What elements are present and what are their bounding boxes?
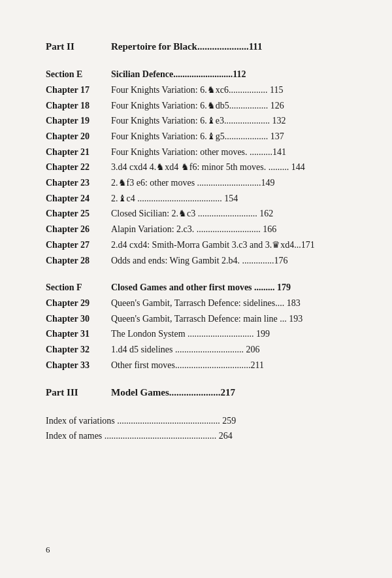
index-variations-label: Index of variations ....................… [46,414,236,428]
chapter-29-label: Chapter 29 [46,296,111,311]
chapter-17-entry: Chapter 17 Four Knights Variation: 6.♞xc… [46,83,346,97]
chapter-25-entry: Chapter 25 Closed Sicilian: 2.♞c3 ......… [46,207,346,221]
chapter-29-entry: Chapter 29 Queen's Gambit, Tarrasch Defe… [46,296,346,311]
chapter-33-text: Other first moves.......................… [111,358,346,373]
chapter-31-entry: Chapter 31 The London System ...........… [46,327,346,341]
chapter-32-label: Chapter 32 [46,343,111,357]
chapter-27-label: Chapter 27 [46,238,111,252]
chapter-27-entry: Chapter 27 2.d4 cxd4: Smith-Morra Gambit… [46,238,346,252]
part-iii-title: Model Games.....................217 [111,385,346,400]
section-f-label: Section F [46,280,111,295]
chapter-26-label: Chapter 26 [46,222,111,237]
index-names-entry: Index of names .........................… [46,429,346,443]
chapter-23-label: Chapter 23 [46,176,111,190]
chapter-30-entry: Chapter 30 Queen's Gambit, Tarrasch Defe… [46,312,346,326]
chapter-32-text: 1.d4 d5 sidelines ......................… [111,343,346,357]
chapter-18-entry: Chapter 18 Four Knights Variation: 6.♞db… [46,99,346,113]
part-iii-entry: Part III Model Games....................… [46,385,346,400]
part-ii-label: Part II [46,39,111,54]
chapter-30-label: Chapter 30 [46,312,111,326]
chapter-23-text: 2.♞f3 e6: other moves ..................… [111,176,346,190]
chapter-25-text: Closed Sicilian: 2.♞c3 .................… [111,207,346,221]
chapter-21-text: Four Knights Variation: other moves. ...… [111,145,346,160]
chapter-19-label: Chapter 19 [46,114,111,128]
chapter-30-text: Queen's Gambit, Tarrasch Defence: main l… [111,312,346,326]
spacer-1 [46,56,346,67]
spacer-4 [46,402,346,414]
page: Part II Repertoire for Black............… [0,0,392,578]
spacer-3 [46,373,346,385]
chapter-32-entry: Chapter 32 1.d4 d5 sidelines ...........… [46,343,346,357]
section-e-label: Section E [46,67,111,82]
chapter-22-text: 3.d4 cxd4 4.♞xd4 ♞f6: minor 5th moves. .… [111,160,346,175]
chapter-24-entry: Chapter 24 2.♝c4 .......................… [46,192,346,206]
chapter-27-text: 2.d4 cxd4: Smith-Morra Gambit 3.c3 and 3… [111,238,346,252]
chapter-24-text: 2.♝c4 ..................................… [111,192,346,206]
chapter-28-entry: Chapter 28 Odds and ends: Wing Gambit 2.… [46,254,346,268]
chapter-22-entry: Chapter 22 3.d4 cxd4 4.♞xd4 ♞f6: minor 5… [46,160,346,175]
section-f-entry: Section F Closed Games and other first m… [46,280,346,295]
chapter-21-entry: Chapter 21 Four Knights Variation: other… [46,145,346,160]
chapter-17-text: Four Knights Variation: 6.♞xc6..........… [111,83,346,97]
part-ii-title: Repertoire for Black....................… [111,39,346,54]
chapter-25-label: Chapter 25 [46,207,111,221]
chapter-26-entry: Chapter 26 Alapin Variation: 2.c3. .....… [46,222,346,237]
chapter-31-text: The London System ......................… [111,327,346,341]
chapter-18-label: Chapter 18 [46,99,111,113]
chapter-20-label: Chapter 20 [46,129,111,144]
index-variations-entry: Index of variations ....................… [46,414,346,428]
chapter-29-text: Queen's Gambit, Tarrasch Defence: sideli… [111,296,346,311]
chapter-24-label: Chapter 24 [46,192,111,206]
index-names-label: Index of names .........................… [46,429,233,443]
section-f-title: Closed Games and other first moves .....… [111,280,346,295]
chapter-18-text: Four Knights Variation: 6.♞db5..........… [111,99,346,113]
section-e-entry: Section E Sicilian Defence..............… [46,67,346,82]
chapter-31-label: Chapter 31 [46,327,111,341]
section-e-title: Sicilian Defence........................… [111,67,346,82]
chapter-26-text: Alapin Variation: 2.c3. ................… [111,222,346,237]
chapter-33-entry: Chapter 33 Other first moves............… [46,358,346,373]
chapter-33-label: Chapter 33 [46,358,111,373]
chapter-22-label: Chapter 22 [46,160,111,175]
part-ii-entry: Part II Repertoire for Black............… [46,39,346,54]
chapter-19-text: Four Knights Variation: 6.♝e3...........… [111,114,346,128]
spacer-2 [46,269,346,280]
chapter-28-text: Odds and ends: Wing Gambit 2.b4. .......… [111,254,346,268]
chapter-23-entry: Chapter 23 2.♞f3 e6: other moves .......… [46,176,346,190]
chapter-21-label: Chapter 21 [46,145,111,160]
chapter-19-entry: Chapter 19 Four Knights Variation: 6.♝e3… [46,114,346,128]
chapter-20-entry: Chapter 20 Four Knights Variation: 6.♝g5… [46,129,346,144]
chapter-20-text: Four Knights Variation: 6.♝g5...........… [111,129,346,144]
part-iii-label: Part III [46,385,111,400]
page-number: 6 [46,545,50,555]
chapter-17-label: Chapter 17 [46,83,111,97]
chapter-28-label: Chapter 28 [46,254,111,268]
